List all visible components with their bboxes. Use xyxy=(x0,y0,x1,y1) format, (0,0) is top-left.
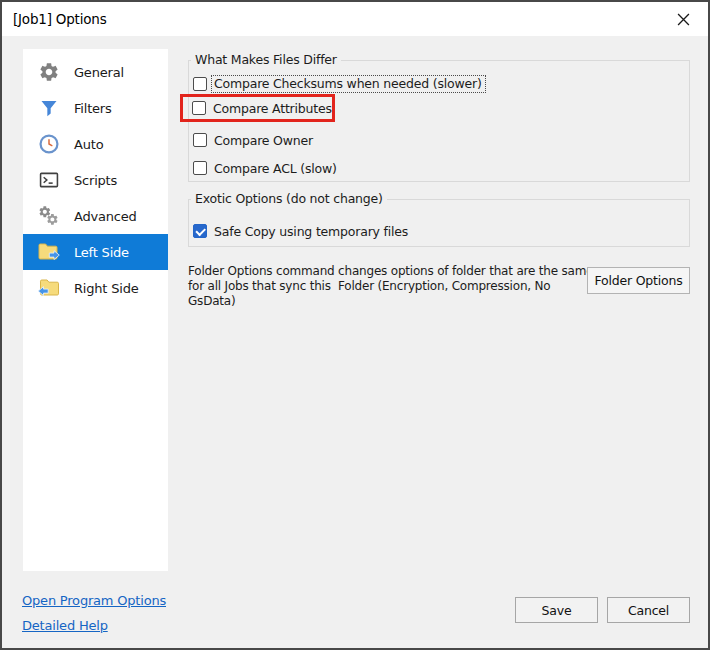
save-button[interactable]: Save xyxy=(515,597,598,623)
sidebar-item-label: Left Side xyxy=(74,245,129,260)
sidebar: General Filters Auto xyxy=(23,49,168,571)
detailed-help-link[interactable]: Detailed Help xyxy=(22,618,108,633)
compare-owner-label[interactable]: Compare Owner xyxy=(214,133,313,148)
group-title: Exotic Options (do not change) xyxy=(191,191,387,206)
gear-icon xyxy=(37,60,61,84)
sidebar-item-general[interactable]: General xyxy=(23,54,168,90)
titlebar: [Job1] Options xyxy=(2,2,708,36)
compare-attributes-label[interactable]: Compare Attributes xyxy=(213,101,332,116)
options-dialog: [Job1] Options General Filters xyxy=(0,0,710,650)
compare-acl-label[interactable]: Compare ACL (slow) xyxy=(214,161,337,176)
folder-options-description-line: Folder Options command changes options o… xyxy=(188,264,590,279)
window-title: [Job1] Options xyxy=(2,11,107,27)
sidebar-item-label: Scripts xyxy=(74,173,117,188)
highlight-annotation-box: Compare Attributes xyxy=(180,94,335,122)
checkbox-row-compare-acl: Compare ACL (slow) xyxy=(193,160,337,176)
group-exotic-options: Exotic Options (do not change) Safe Copy… xyxy=(188,199,690,247)
sidebar-item-label: Filters xyxy=(74,101,112,116)
compare-acl-checkbox[interactable] xyxy=(193,161,207,175)
clock-icon xyxy=(37,132,61,156)
open-program-options-link[interactable]: Open Program Options xyxy=(22,593,166,608)
gears-icon xyxy=(37,204,61,228)
terminal-icon xyxy=(37,168,61,192)
close-button[interactable] xyxy=(664,2,702,36)
sidebar-item-label: Advanced xyxy=(74,209,137,224)
folder-right-arrow-icon xyxy=(37,240,61,264)
compare-checksums-label[interactable]: Compare Checksums when needed (slower) xyxy=(211,75,486,93)
sidebar-item-label: General xyxy=(74,65,124,80)
sidebar-item-label: Auto xyxy=(74,137,103,152)
close-icon xyxy=(677,13,690,26)
checkbox-row-compare-owner: Compare Owner xyxy=(193,132,313,148)
checkbox-row-compare-attributes: Compare Attributes xyxy=(192,100,332,116)
checkbox-row-compare-checksums: Compare Checksums when needed (slower) xyxy=(193,76,486,92)
sidebar-item-scripts[interactable]: Scripts xyxy=(23,162,168,198)
cancel-button[interactable]: Cancel xyxy=(607,597,690,623)
folder-left-arrow-icon xyxy=(37,276,61,300)
folder-options-description-line: for all Jobs that sync this Folder (Encr… xyxy=(188,279,590,294)
compare-checksums-checkbox[interactable] xyxy=(193,77,207,91)
safe-copy-label[interactable]: Safe Copy using temporary files xyxy=(214,224,408,239)
sidebar-item-label: Right Side xyxy=(74,281,138,296)
folder-options-button[interactable]: Folder Options xyxy=(587,267,690,294)
compare-owner-checkbox[interactable] xyxy=(193,133,207,147)
group-what-makes-files-differ: What Makes Files Differ Compare Checksum… xyxy=(188,60,690,182)
sidebar-item-advanced[interactable]: Advanced xyxy=(23,198,168,234)
folder-options-description-line: GsData) xyxy=(188,294,590,309)
filter-icon xyxy=(37,96,61,120)
sidebar-item-auto[interactable]: Auto xyxy=(23,126,168,162)
sidebar-item-right-side[interactable]: Right Side xyxy=(23,270,168,306)
safe-copy-checkbox[interactable] xyxy=(193,224,207,238)
sidebar-item-left-side[interactable]: Left Side xyxy=(23,234,168,270)
compare-attributes-checkbox[interactable] xyxy=(192,101,206,115)
sidebar-item-filters[interactable]: Filters xyxy=(23,90,168,126)
folder-options-description: Folder Options command changes options o… xyxy=(188,264,590,309)
checkbox-row-safe-copy: Safe Copy using temporary files xyxy=(193,223,408,239)
group-title: What Makes Files Differ xyxy=(191,52,341,67)
